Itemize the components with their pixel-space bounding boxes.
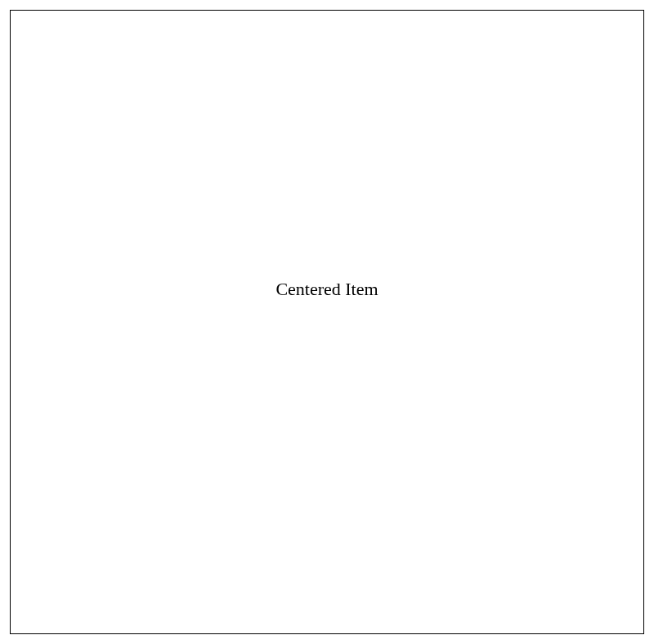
bordered-box: Centered Item [10,10,644,634]
centered-item-label: Centered Item [275,279,378,300]
page-container: Centered Item [0,0,654,644]
